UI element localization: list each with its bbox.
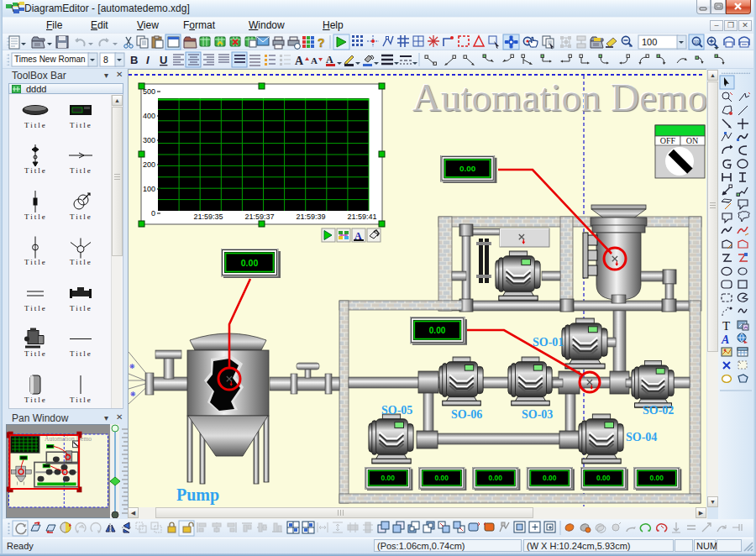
svg-text:8: 8 [103,55,108,65]
svg-text:Title: Title [24,349,47,358]
svg-text:I: I [146,54,150,66]
svg-text:21:59:41: 21:59:41 [347,212,376,221]
svg-text:Times New Roman: Times New Roman [14,55,86,64]
svg-text:SO-02: SO-02 [643,404,674,417]
svg-text:Title: Title [70,258,92,266]
svg-text:Title: Title [24,304,47,312]
svg-text:Automation Demo: Automation Demo [412,76,706,119]
svg-text:Title: Title [70,304,92,312]
svg-text:Automation Demo: Automation Demo [45,435,92,443]
svg-text:100: 100 [694,39,701,45]
svg-text:300: 300 [143,136,155,144]
svg-text:A: A [326,54,333,66]
svg-text:Title: Title [24,121,47,129]
svg-text:SO-06: SO-06 [451,408,482,421]
svg-text:SO-03: SO-03 [522,408,553,421]
svg-text:SO-01: SO-01 [533,336,564,349]
svg-text:B: B [130,54,138,66]
svg-text:U: U [160,54,167,66]
svg-text:❋: ❋ [129,363,135,370]
svg-text:Title: Title [24,258,47,266]
svg-text:Title: Title [70,349,92,358]
svg-text:400: 400 [143,112,155,120]
svg-text:0: 0 [151,209,155,218]
svg-text:Title: Title [24,166,47,175]
svg-text:21:59:35: 21:59:35 [193,212,223,221]
svg-text:Title: Title [24,396,47,404]
svg-text:100: 100 [143,185,155,193]
svg-text:Title: Title [70,396,92,404]
svg-text:ON: ON [686,136,698,145]
svg-text:Title: Title [70,166,92,175]
svg-text:A: A [721,333,729,346]
svg-text:21:59:39: 21:59:39 [296,212,325,221]
svg-text:OFF: OFF [660,136,676,145]
svg-text:Title: Title [24,212,47,221]
svg-text:?: ? [318,36,325,50]
svg-text:SO-05: SO-05 [381,404,412,417]
svg-text:Pump: Pump [176,485,219,505]
svg-text:❋: ❋ [130,391,136,398]
svg-text:Title: Title [70,121,92,129]
svg-text:100: 100 [642,37,657,47]
svg-text:T: T [722,319,730,333]
svg-text:200: 200 [143,160,155,169]
svg-text:21:59:37: 21:59:37 [244,212,274,221]
svg-text:Title: Title [70,212,92,221]
svg-text:SO-04: SO-04 [626,431,657,443]
svg-text:A: A [295,55,304,67]
svg-text:A: A [311,55,318,66]
